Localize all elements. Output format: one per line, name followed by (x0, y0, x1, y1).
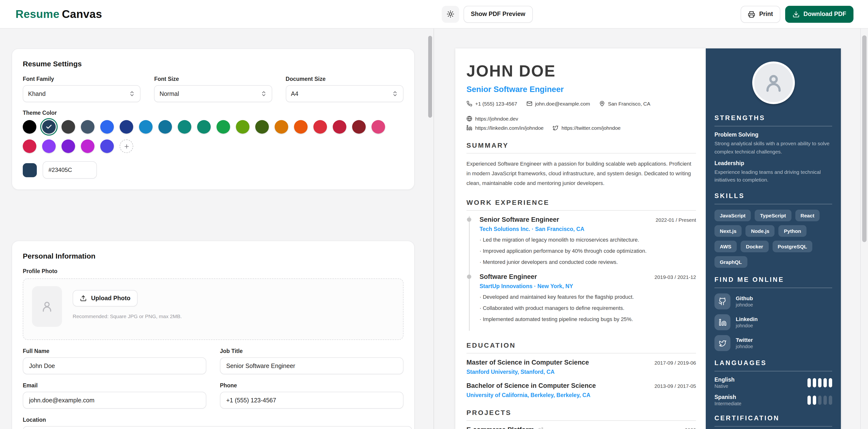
proficiency-bar (818, 396, 822, 405)
social-item-github: Github johndoe (714, 293, 832, 309)
skill-pill: AWS (714, 241, 737, 252)
experience-entry: Senior Software Engineer 2022-01 / Prese… (479, 216, 696, 273)
theme-swatch[interactable] (120, 120, 133, 134)
phone-icon (466, 101, 472, 106)
certification-section: CERTIFICATION AWS Certified Solutions Ar… (714, 415, 832, 429)
experience-bullet: Developed and maintained key features fo… (479, 293, 696, 302)
globe-icon (466, 116, 472, 122)
document-size-select[interactable]: A4 (285, 85, 403, 102)
social-username: johndoe (736, 302, 753, 307)
social-network: Github (736, 295, 753, 301)
theme-swatch[interactable] (372, 120, 385, 134)
theme-swatch[interactable] (313, 120, 327, 134)
logo-secondary: Canvas (62, 7, 102, 20)
mail-icon (526, 101, 532, 106)
location-input[interactable] (23, 426, 412, 429)
experience-date: 2022-01 / Present (656, 217, 696, 223)
experience-title: Software Engineer (479, 273, 537, 280)
theme-swatch[interactable] (217, 120, 230, 134)
custom-color-hex-input[interactable] (42, 161, 97, 179)
summary-heading: SUMMARY (466, 141, 696, 154)
show-pdf-preview-label: Show PDF Preview (471, 11, 525, 18)
email-input[interactable] (23, 392, 206, 409)
settings-card-title: Resume Settings (23, 60, 403, 68)
theme-swatch[interactable] (100, 120, 114, 134)
education-school: Stanford University, Stanford, CA (466, 369, 696, 375)
language-proficiency-bars (807, 396, 832, 405)
theme-swatch[interactable] (62, 139, 75, 153)
theme-swatch[interactable] (333, 120, 346, 134)
theme-swatch[interactable] (236, 120, 249, 134)
job-title-label: Job Title (220, 348, 403, 354)
skill-pill: Next.js (714, 225, 742, 237)
full-name-label: Full Name (23, 348, 206, 354)
contact-phone: +1 (555) 123-4567 (466, 101, 517, 106)
experience-date: 2019-03 / 2021-12 (654, 274, 696, 280)
twitter-icon (553, 125, 559, 131)
scrollbar-track-divider (860, 29, 861, 429)
experience-bullets: Developed and maintained key features fo… (479, 293, 696, 324)
document-size-label: Document Size (285, 76, 403, 82)
language-name: Spanish (714, 394, 741, 400)
phone-input[interactable] (220, 392, 403, 409)
show-pdf-preview-button[interactable]: Show PDF Preview (464, 6, 533, 23)
project-date: 2023 (685, 427, 696, 429)
theme-swatch[interactable] (352, 120, 366, 134)
experience-bullet: Collaborated with product managers to de… (479, 304, 696, 313)
download-pdf-button[interactable]: Download PDF (785, 6, 854, 23)
education-entry: Bachelor of Science in Computer Science … (466, 382, 696, 398)
phone-label: Phone (220, 383, 403, 388)
languages-heading: LANGUAGES (714, 359, 832, 371)
skill-pill: Docker (741, 241, 769, 252)
custom-color-chip[interactable] (23, 163, 37, 177)
theme-swatch[interactable] (42, 120, 56, 134)
photo-upload-dropzone[interactable]: Upload Photo Recommended: Square JPG or … (23, 278, 403, 340)
contact-twitter: https://twitter.com/johndoe (553, 125, 621, 131)
logo-primary: Resume (16, 7, 59, 20)
theme-swatch[interactable] (139, 120, 153, 134)
resume-name: JOHN DOE (466, 62, 696, 80)
social-network: Twitter (736, 337, 753, 343)
projects-heading: PROJECTS (466, 409, 696, 421)
skills-heading: SKILLS (714, 192, 832, 204)
full-name-input[interactable] (23, 357, 206, 374)
experience-bullet: Mentored junior developers and conducted… (479, 258, 696, 267)
certification-heading: CERTIFICATION (714, 415, 832, 427)
chevron-updown-icon (392, 91, 398, 97)
theme-toggle-button[interactable] (442, 6, 459, 23)
skills-section: SKILLS JavaScriptTypeScriptReactNext.jsN… (714, 192, 832, 268)
theme-swatch[interactable] (294, 120, 308, 134)
theme-swatch[interactable] (23, 120, 36, 134)
document-size-value: A4 (291, 90, 299, 97)
theme-swatch[interactable] (275, 120, 288, 134)
font-size-select[interactable]: Normal (154, 85, 272, 102)
job-title-input[interactable] (220, 357, 403, 374)
print-button[interactable]: Print (741, 6, 780, 23)
theme-swatch[interactable] (197, 120, 211, 134)
add-color-button[interactable] (120, 139, 133, 153)
font-family-select[interactable]: Khand (23, 85, 141, 102)
experience-company: Tech Solutions Inc. · San Francisco, CA (479, 226, 696, 232)
timeline-dot (467, 218, 471, 222)
chevron-updown-icon (260, 91, 267, 97)
theme-swatch[interactable] (255, 120, 269, 134)
left-panel-scrollbar[interactable] (428, 36, 432, 118)
language-level: Intermediate (714, 401, 741, 406)
theme-swatch[interactable] (178, 120, 191, 134)
proficiency-bar (807, 396, 811, 405)
theme-swatch[interactable] (158, 120, 172, 134)
skill-pill: React (795, 210, 819, 221)
preview-toolbar: Show PDF Preview (442, 6, 533, 23)
theme-swatch[interactable] (81, 139, 94, 153)
upload-photo-button[interactable]: Upload Photo (73, 290, 138, 306)
education-date: 2017-09 / 2019-06 (654, 360, 696, 366)
summary-text: Experienced Software Engineer with a pas… (466, 159, 696, 188)
theme-swatch[interactable] (81, 120, 94, 134)
theme-swatch[interactable] (62, 120, 75, 134)
theme-swatch[interactable] (100, 139, 114, 153)
theme-swatch[interactable] (42, 139, 56, 153)
photo-placeholder (32, 286, 62, 327)
theme-swatch[interactable] (23, 139, 36, 153)
strengths-heading: STRENGTHS (714, 114, 832, 126)
preview-scrollbar[interactable] (862, 35, 867, 242)
